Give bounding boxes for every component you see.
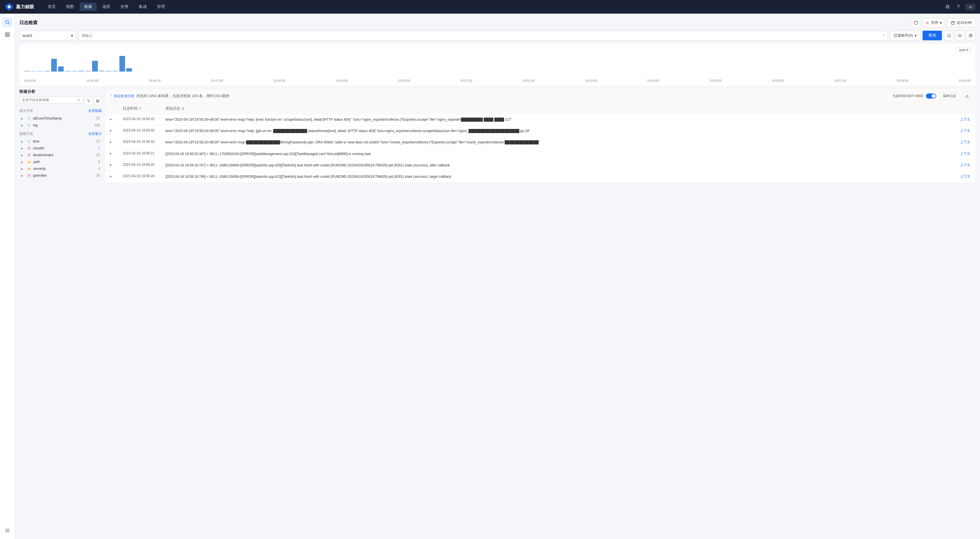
hidden-field-item[interactable]: ▶ # iterationIndex 37 xyxy=(19,152,102,159)
query-button[interactable]: 查询 xyxy=(923,31,942,40)
header-controls: ⊗ 关闭 ▾ 近15分钟 xyxy=(911,18,975,27)
field-expand-icon: ▶ xyxy=(21,124,23,127)
user-menu[interactable]: Ai xyxy=(965,4,975,10)
action-buttons xyxy=(944,31,975,40)
field-expand-icon: ▶ xyxy=(21,167,23,170)
row-expand-icon[interactable]: ▶ xyxy=(110,152,112,155)
timezone-toggle[interactable] xyxy=(926,94,936,98)
chart-label: 19:46:00 xyxy=(148,79,161,82)
field-type-badge: # xyxy=(27,147,31,150)
chart-bar xyxy=(65,71,70,71)
display-field-item[interactable]: ▶ t dtEventTimeStamp 27 xyxy=(19,115,102,122)
log-action-cell[interactable]: 上下文 xyxy=(956,137,975,148)
log-action-cell[interactable]: 上下文 xyxy=(956,114,975,125)
log-col-header: 原始日志 ⚙ xyxy=(161,103,956,114)
results-summary: 共找到 1054 条结果，当前浏览前 100 条，用时1911毫秒 xyxy=(136,94,229,98)
field-type-badge: t xyxy=(27,117,31,120)
qa-table-button[interactable] xyxy=(94,97,102,105)
row-expand-icon[interactable]: ▶ xyxy=(110,174,112,178)
nav-integration[interactable]: 集成 xyxy=(134,3,151,11)
table-row: ▶ 2023-04-19 19:58:32 time="2023-04-19T1… xyxy=(105,114,975,125)
sidebar-grid-icon[interactable] xyxy=(2,30,13,40)
bookmark-button[interactable] xyxy=(944,31,954,40)
log-settings-icon[interactable]: ⚙ xyxy=(181,106,185,111)
nav-home[interactable]: 首页 xyxy=(43,3,60,11)
status-dropdown[interactable]: ⊗ 关闭 ▾ xyxy=(923,19,945,27)
table-row: ▶ 2023-04-19 19:58:21 [2023-04-19 19:58:… xyxy=(105,148,975,160)
logo: 嘉力鲸眼 xyxy=(5,2,34,11)
row-expand-cell: ▶ xyxy=(105,148,118,160)
field-count: 1 xyxy=(98,146,100,150)
filter-button[interactable]: 过滤条件(0) ▾ xyxy=(890,31,920,40)
nav-manage[interactable]: 管理 xyxy=(153,3,169,11)
toggle-track[interactable] xyxy=(926,94,936,98)
chart-bar xyxy=(119,56,125,71)
hidden-field-item[interactable]: ▶ # gseIndex 36 xyxy=(19,172,102,179)
svg-line-19 xyxy=(80,100,80,101)
row-expand-icon[interactable]: ▶ xyxy=(110,140,112,143)
save-icon xyxy=(969,33,973,38)
row-expand-icon[interactable]: ▶ xyxy=(110,129,112,132)
download-button[interactable] xyxy=(963,92,971,100)
auto-select[interactable]: auto ▾ xyxy=(956,47,971,53)
svg-rect-6 xyxy=(8,33,9,34)
chart-labels: 19:44:0019:45:0019:46:0019:47:0019:48:00… xyxy=(24,79,971,82)
time-sort-icon[interactable]: ⇅ xyxy=(139,107,141,111)
hidden-field-item[interactable]: ▶ t time 27 xyxy=(19,138,102,145)
collapse-link[interactable]: 收起快速分析 xyxy=(110,94,134,98)
search-help-icon[interactable]: ? xyxy=(883,33,885,38)
realtime-button[interactable]: 实时日志 xyxy=(939,92,960,100)
hidden-field-item[interactable]: ▶ str path 6 xyxy=(19,159,102,165)
hidden-field-item[interactable]: ▶ # cloudId 1 xyxy=(19,145,102,152)
page-header: 日志检索 ⊗ 关闭 ▾ 近15分钟 xyxy=(19,18,975,27)
field-name-label: dtEventTimeStamp xyxy=(33,116,95,120)
svg-rect-21 xyxy=(97,100,99,103)
log-time-cell: 2023-04-19 19:58:21 xyxy=(118,148,161,160)
display-field-item[interactable]: ▶ t log 100 xyxy=(19,122,102,128)
action-col-header xyxy=(956,103,975,114)
log-action-cell[interactable]: 上下文 xyxy=(956,160,975,171)
time-selector[interactable]: 近15分钟 xyxy=(947,19,975,27)
field-count: 6 xyxy=(98,160,100,164)
settings-nav-icon[interactable]: ⚙ xyxy=(944,3,951,11)
hidden-field-item[interactable]: ▶ str serverIp 4 xyxy=(19,165,102,172)
log-content-cell: [2023-04-19 19:58:19.767] < 9911--168611… xyxy=(161,160,956,171)
row-expand-icon[interactable]: ▶ xyxy=(110,163,112,166)
qa-filter-button[interactable] xyxy=(85,97,93,105)
log-action-cell[interactable]: 上下文 xyxy=(956,148,975,160)
star-button[interactable] xyxy=(955,31,965,40)
refresh-button[interactable] xyxy=(911,18,920,27)
chart-label: 19:51:00 xyxy=(460,79,472,82)
field-type-badge: t xyxy=(27,140,31,143)
qa-title: 快速分析 xyxy=(19,89,35,94)
filter-chevron-icon: ▾ xyxy=(915,33,916,38)
nav-search[interactable]: 检索 xyxy=(80,3,97,11)
results-right: 当前时区GMT+0800 实时日志 xyxy=(892,92,971,100)
nav-view[interactable]: 视图 xyxy=(61,3,78,11)
row-expand-icon[interactable]: ▶ xyxy=(110,117,112,121)
field-count: 36 xyxy=(96,173,100,178)
time-range-label: 近15分钟 xyxy=(957,20,972,25)
save-button[interactable] xyxy=(966,31,975,40)
nav-alert[interactable]: 告警 xyxy=(116,3,133,11)
svg-point-18 xyxy=(78,99,80,101)
nav-scene[interactable]: 场景 xyxy=(98,3,115,11)
log-action-cell[interactable]: 上下文 xyxy=(956,125,975,137)
show-all-link[interactable]: 全部显示 xyxy=(88,132,102,136)
log-action-cell[interactable]: 上下文 xyxy=(956,171,975,182)
chart-label: 19:50:00 xyxy=(398,79,410,82)
index-selector[interactable]: test01 ▾ xyxy=(19,31,76,40)
hide-all-link[interactable]: 全部隐藏 xyxy=(88,108,102,113)
log-content-cell: time="2023-04-19T19:58:24+08:00" level=e… xyxy=(161,114,956,125)
field-name-label: serverIp xyxy=(33,167,96,171)
help-nav-icon[interactable]: ? xyxy=(956,3,961,11)
collapse-icon xyxy=(110,94,113,97)
row-expand-cell: ▶ xyxy=(105,160,118,171)
svg-point-2 xyxy=(8,5,11,8)
sidebar-menu-icon[interactable] xyxy=(2,525,13,536)
search-input[interactable] xyxy=(81,33,880,38)
sidebar-search-icon[interactable] xyxy=(2,17,13,27)
field-expand-icon: ▶ xyxy=(21,117,23,120)
qa-search-input[interactable] xyxy=(22,98,75,102)
hidden-fields-section-title: 隐藏字段 全部显示 xyxy=(19,132,102,136)
